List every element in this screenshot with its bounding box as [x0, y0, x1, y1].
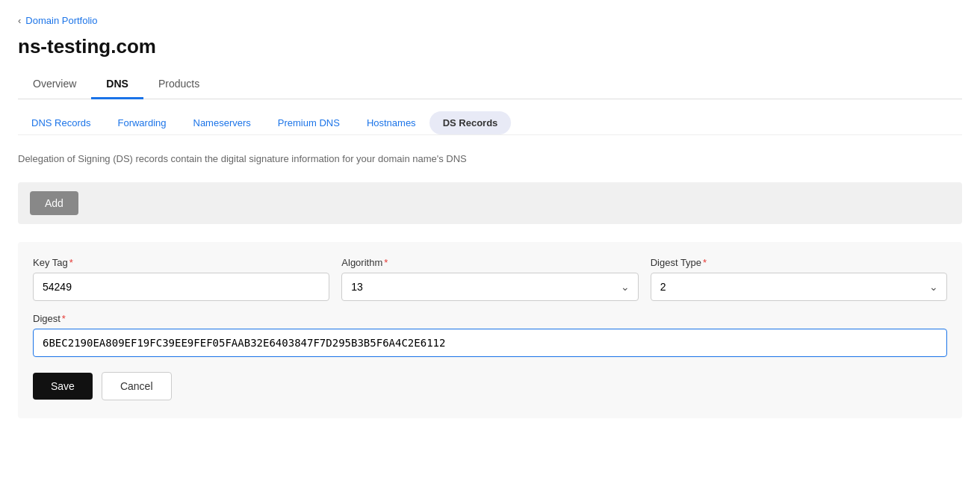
form-actions: Save Cancel — [33, 372, 947, 400]
digest-row: Digest* — [33, 313, 947, 357]
digest-type-group: Digest Type* 1 2 4 ⌄ — [651, 257, 947, 301]
digest-type-select[interactable]: 1 2 4 — [651, 273, 947, 301]
ds-record-form: Key Tag* Algorithm* 13 5 7 8 ⌄ — [18, 242, 962, 418]
key-tag-input[interactable] — [33, 273, 329, 301]
tab-nameservers[interactable]: Nameservers — [180, 111, 264, 134]
algorithm-group: Algorithm* 13 5 7 8 ⌄ — [341, 257, 638, 301]
key-tag-required: * — [69, 257, 73, 268]
tab-forwarding[interactable]: Forwarding — [104, 111, 179, 134]
tab-dns-records[interactable]: DNS Records — [18, 111, 104, 134]
tab-ds-records[interactable]: DS Records — [429, 111, 512, 134]
add-button[interactable]: Add — [30, 191, 78, 215]
form-row-fields: Key Tag* Algorithm* 13 5 7 8 ⌄ — [33, 257, 947, 301]
digest-type-select-wrapper: 1 2 4 ⌄ — [651, 273, 947, 301]
algorithm-select[interactable]: 13 5 7 8 — [341, 273, 638, 301]
tab-overview[interactable]: Overview — [18, 70, 91, 99]
add-bar: Add — [18, 182, 962, 224]
digest-input[interactable] — [33, 329, 947, 357]
secondary-tabs: DNS Records Forwarding Nameservers Premi… — [18, 99, 962, 135]
algorithm-required: * — [384, 257, 388, 268]
cancel-button[interactable]: Cancel — [102, 372, 172, 400]
primary-tabs: Overview DNS Products — [18, 70, 962, 99]
key-tag-label: Key Tag* — [33, 257, 329, 268]
back-chevron-icon: ‹ — [18, 15, 21, 26]
tab-dns[interactable]: DNS — [91, 70, 143, 99]
algorithm-select-wrapper: 13 5 7 8 ⌄ — [341, 273, 638, 301]
digest-type-label: Digest Type* — [651, 257, 947, 268]
algorithm-label: Algorithm* — [341, 257, 638, 268]
key-tag-group: Key Tag* — [33, 257, 329, 301]
breadcrumb-link[interactable]: Domain Portfolio — [25, 15, 97, 26]
digest-required: * — [62, 313, 66, 324]
save-button[interactable]: Save — [33, 373, 93, 400]
breadcrumb: ‹ Domain Portfolio — [18, 15, 962, 26]
digest-type-required: * — [703, 257, 707, 268]
digest-label: Digest* — [33, 313, 947, 324]
ds-description: Delegation of Signing (DS) records conta… — [18, 147, 962, 170]
tab-hostnames[interactable]: Hostnames — [353, 111, 429, 134]
tab-products[interactable]: Products — [143, 70, 214, 99]
domain-title: ns-testing.com — [18, 35, 962, 58]
tab-premium-dns[interactable]: Premium DNS — [264, 111, 353, 134]
